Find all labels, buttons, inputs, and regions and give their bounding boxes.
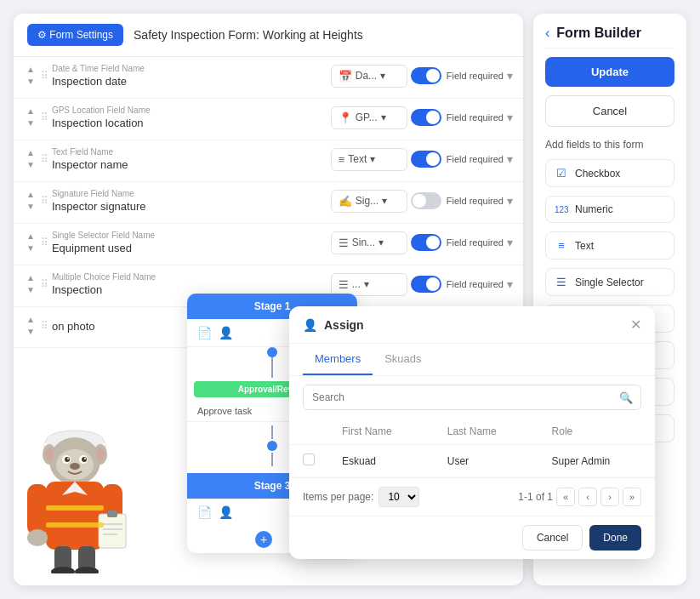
numeric-label: Numeric — [575, 203, 613, 215]
drag-handle-icon[interactable]: ⠿ — [41, 237, 48, 248]
checkbox-icon: ☑ — [555, 167, 568, 180]
arrow-down-button[interactable]: ▼ — [24, 202, 37, 212]
drag-handle-icon[interactable]: ⠿ — [41, 153, 48, 165]
dropdown-icon: ▾ — [380, 70, 385, 82]
field-label-section: Text Field Name Inspector name — [52, 147, 327, 171]
field-label-section: Multiple Choice Field Name Inspection — [52, 272, 327, 296]
add-stage-button[interactable]: + — [255, 531, 272, 548]
arrow-down-button[interactable]: ▼ — [24, 118, 37, 128]
arrow-down-button[interactable]: ▼ — [24, 243, 37, 254]
arrow-up-button[interactable]: ▲ — [24, 190, 37, 200]
right-panel-header: ‹ Form Builder — [545, 26, 674, 48]
required-toggle[interactable] — [411, 67, 441, 84]
arrow-up-button[interactable]: ▲ — [24, 106, 37, 117]
expand-button[interactable]: ▾ — [507, 277, 513, 291]
modal-tabs: Members Skuads — [289, 344, 655, 376]
drag-handle-icon[interactable]: ⠿ — [41, 195, 48, 207]
form-settings-button[interactable]: ⚙ Form Settings — [27, 24, 123, 46]
arrow-down-button[interactable]: ▼ — [24, 77, 37, 87]
expand-button[interactable]: ▾ — [507, 194, 513, 208]
field-type-select[interactable]: ☰ Sin... ▾ — [331, 231, 407, 254]
person-icon: 👤 — [219, 326, 233, 339]
required-toggle[interactable] — [411, 151, 441, 168]
required-label: Field required — [447, 196, 504, 206]
field-type-value: Da... — [356, 70, 377, 82]
required-label: Field required — [447, 154, 504, 164]
expand-button[interactable]: ▾ — [507, 152, 513, 166]
form-title: Safety Inspection Form: Working at Heigh… — [134, 28, 363, 42]
pagination: 1-1 of 1 « ‹ › » — [518, 488, 641, 506]
required-toggle[interactable] — [411, 234, 441, 251]
expand-button[interactable]: ▾ — [507, 111, 513, 124]
back-button[interactable]: ‹ — [545, 26, 549, 41]
expand-button[interactable]: ▾ — [507, 69, 513, 83]
field-type-icon: ☰ — [339, 278, 349, 291]
arrow-up-button[interactable]: ▲ — [24, 65, 37, 75]
modal-close-button[interactable]: ✕ — [630, 317, 641, 333]
tab-members[interactable]: Members — [303, 344, 373, 375]
pagination-last-button[interactable]: » — [623, 488, 641, 506]
field-type-icon: ☰ — [339, 237, 349, 249]
field-type-label: Signature Field Name — [52, 189, 327, 198]
required-toggle[interactable] — [411, 109, 441, 126]
col-firstname: First Name — [328, 419, 434, 445]
numeric-icon: 123 — [555, 205, 568, 214]
required-toggle[interactable] — [411, 192, 441, 209]
field-type-select[interactable]: ✍ Sig... ▾ — [331, 190, 407, 213]
items-per-page-select[interactable]: 10 25 50 — [378, 487, 419, 507]
pagination-next-button[interactable]: › — [600, 488, 619, 506]
field-arrows: ▲ ▼ — [24, 190, 37, 212]
drag-handle-icon[interactable]: ⠿ — [41, 278, 48, 290]
add-checkbox-button[interactable]: ☑ Checkbox — [545, 159, 674, 187]
field-label-section: Date & Time Field Name Inspection date — [52, 64, 327, 88]
expand-button[interactable]: ▾ — [507, 236, 513, 249]
required-toggle[interactable] — [411, 276, 441, 293]
field-type-select[interactable]: 📍 GP... ▾ — [331, 106, 407, 129]
add-text-button[interactable]: ≡ Text — [545, 231, 674, 260]
document-icon-2: 📄 — [197, 505, 212, 519]
drag-handle-icon[interactable]: ⠿ — [41, 70, 48, 82]
add-single-selector-button[interactable]: ☰ Single Selector — [545, 268, 674, 296]
pagination-first-button[interactable]: « — [556, 488, 575, 506]
field-type-select[interactable]: ☰ ... ▾ — [331, 273, 407, 296]
arrow-up-button[interactable]: ▲ — [24, 231, 37, 242]
dropdown-icon: ▾ — [378, 237, 384, 248]
svg-point-15 — [70, 463, 80, 470]
items-per-page: Items per page: 10 25 50 — [303, 487, 419, 507]
arrow-up-button[interactable]: ▲ — [24, 315, 37, 325]
svg-point-6 — [45, 448, 54, 461]
toggle-wrap: Field required — [411, 192, 504, 209]
connector-line-bottom — [271, 425, 273, 439]
field-name: Inspection date — [52, 75, 327, 88]
field-type-value: Text — [348, 153, 367, 165]
field-row: ▲ ▼ ⠿ Text Field Name Inspector name ≡ T… — [14, 140, 523, 182]
text-label: Text — [575, 240, 594, 252]
pagination-prev-button[interactable]: ‹ — [578, 488, 597, 506]
tab-skuads[interactable]: Skuads — [373, 344, 433, 375]
arrow-down-button[interactable]: ▼ — [24, 327, 37, 337]
update-button[interactable]: Update — [545, 57, 674, 87]
arrow-up-button[interactable]: ▲ — [24, 273, 37, 283]
field-type-label: Single Selector Field Name — [52, 231, 327, 240]
cancel-button[interactable]: Cancel — [545, 95, 674, 127]
modal-cancel-button[interactable]: Cancel — [522, 525, 583, 551]
field-row: ▲ ▼ ⠿ GPS Location Field Name Inspection… — [14, 99, 523, 140]
modal-done-button[interactable]: Done — [589, 525, 641, 551]
mascot — [15, 403, 134, 573]
arrow-down-button[interactable]: ▼ — [24, 285, 37, 295]
row-checkbox[interactable] — [303, 454, 315, 465]
drag-handle-icon[interactable]: ⠿ — [41, 320, 48, 332]
add-numeric-button[interactable]: 123 Numeric — [545, 196, 674, 223]
field-type-select[interactable]: 📅 Da... ▾ — [331, 65, 407, 88]
document-icon: 📄 — [197, 326, 212, 339]
field-type-icon: 📅 — [339, 70, 352, 83]
drag-handle-icon[interactable]: ⠿ — [41, 111, 48, 123]
svg-rect-32 — [46, 522, 104, 528]
pagination-info: 1-1 of 1 — [518, 491, 553, 503]
search-input[interactable] — [303, 385, 641, 410]
svg-point-14 — [84, 458, 86, 459]
field-type-select[interactable]: ≡ Text ▾ — [331, 148, 407, 171]
arrow-up-button[interactable]: ▲ — [24, 148, 37, 158]
arrow-down-button[interactable]: ▼ — [24, 160, 37, 170]
field-type-label: GPS Location Field Name — [52, 106, 327, 115]
